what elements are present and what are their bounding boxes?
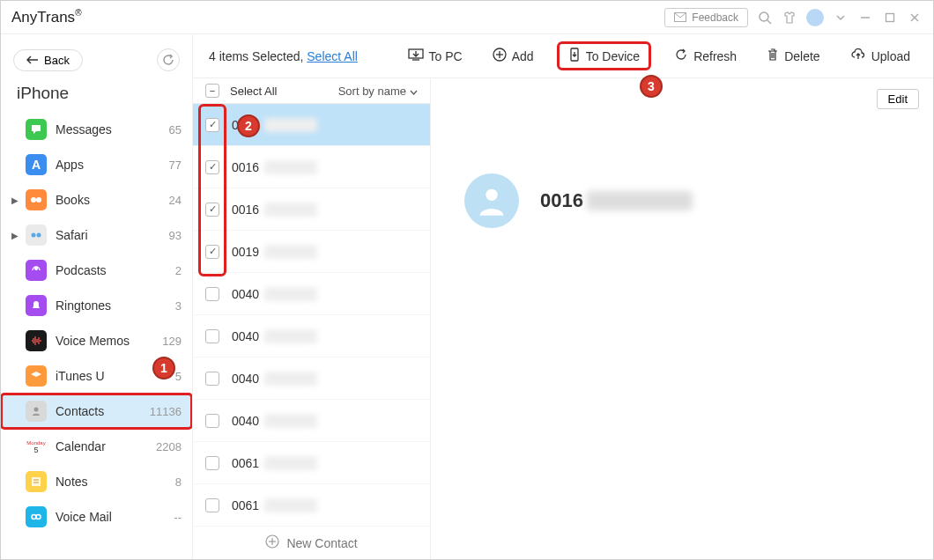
select-all-link[interactable]: Select All — [307, 49, 358, 63]
sidebar-item-apps[interactable]: AApps77 — [1, 147, 192, 182]
plus-circle-icon — [493, 48, 507, 64]
contact-avatar — [464, 173, 519, 228]
sidebar-item-messages[interactable]: Messages65 — [1, 112, 192, 147]
user-avatar[interactable] — [806, 9, 824, 26]
contact-checkbox[interactable] — [205, 203, 219, 217]
contact-name-cell: 0040 — [232, 329, 259, 343]
redacted-text — [264, 245, 317, 259]
contact-checkbox[interactable] — [205, 287, 219, 301]
new-contact-button[interactable]: New Contact — [193, 527, 430, 559]
sidebar-item-count: 11136 — [150, 405, 182, 418]
contact-checkbox[interactable] — [205, 329, 219, 343]
contact-row[interactable]: 0019 — [193, 231, 430, 273]
contact-row[interactable]: 0016 — [193, 188, 430, 231]
sidebar-item-books[interactable]: ▶Books24 — [1, 182, 192, 217]
add-button[interactable]: Add — [486, 44, 541, 68]
bell-icon — [26, 295, 47, 316]
toolbar: 4 items Selected, Select All To PC Add T… — [193, 34, 933, 78]
sidebar-item-voice-mail[interactable]: Voice Mail-- — [1, 499, 192, 534]
sidebar-item-count: 24 — [169, 194, 182, 207]
refresh-button[interactable]: Refresh — [667, 44, 744, 68]
sidebar-refresh-button[interactable] — [157, 48, 180, 71]
sidebar-item-label: Calendar — [56, 439, 156, 453]
feedback-button[interactable]: Feedback — [664, 8, 748, 27]
delete-button[interactable]: Delete — [760, 44, 827, 68]
contact-row[interactable]: 0040 — [193, 400, 430, 442]
back-button[interactable]: Back — [13, 49, 83, 71]
svg-point-7 — [31, 197, 36, 203]
sidebar-item-count: 77 — [169, 158, 182, 172]
cloud-upload-icon — [850, 48, 866, 63]
to-device-button[interactable]: To Device — [557, 41, 651, 70]
svg-point-12 — [34, 408, 39, 412]
tshirt-icon[interactable] — [782, 10, 797, 26]
redacted-text — [264, 287, 317, 301]
contact-checkbox[interactable] — [205, 498, 219, 512]
close-icon[interactable] — [907, 10, 923, 26]
contact-row[interactable]: 0061 — [193, 484, 430, 527]
sidebar-item-ringtones[interactable]: Ringtones3 — [1, 288, 192, 323]
contact-checkbox[interactable] — [205, 118, 219, 132]
redacted-text — [264, 498, 317, 512]
sidebar-item-label: Contacts — [56, 404, 150, 418]
contact-name-cell: 0040 — [232, 372, 259, 386]
sidebar-item-contacts[interactable]: Contacts11136 — [1, 394, 192, 429]
svg-point-17 — [36, 515, 41, 519]
refresh-icon — [674, 48, 688, 64]
contact-checkbox[interactable] — [205, 372, 219, 386]
chevron-right-icon: ▶ — [11, 195, 22, 205]
contact-checkbox[interactable] — [205, 160, 219, 174]
sidebar-item-count: 8 — [175, 475, 182, 489]
sidebar-item-voice-memos[interactable]: Voice Memos129 — [1, 323, 192, 358]
edit-button[interactable]: Edit — [877, 89, 919, 109]
cap-icon — [26, 365, 47, 387]
sidebar-item-podcasts[interactable]: Podcasts2 — [1, 253, 192, 288]
svg-point-1 — [760, 12, 768, 21]
sidebar-item-calendar[interactable]: Monday5Calendar2208 — [1, 429, 192, 464]
sidebar-item-count: 129 — [162, 335, 182, 348]
contact-row[interactable]: 0061 — [193, 442, 430, 484]
safari-icon — [26, 225, 47, 246]
contact-row[interactable]: 0040 — [193, 273, 430, 315]
svg-point-9 — [32, 233, 36, 238]
sidebar-item-count: 2 — [175, 264, 182, 277]
sidebar-item-label: Podcasts — [56, 263, 175, 277]
sidebar-item-safari[interactable]: ▶Safari93 — [1, 217, 192, 253]
chevron-right-icon: ▶ — [11, 231, 22, 240]
plus-circle-icon — [265, 534, 279, 551]
to-pc-button[interactable]: To PC — [401, 45, 470, 67]
chevron-down-icon — [410, 85, 418, 98]
contact-row[interactable]: 0016 — [193, 146, 430, 188]
annotation-badge-3: 3 — [640, 75, 663, 98]
back-label: Back — [44, 54, 70, 67]
contact-checkbox[interactable] — [205, 414, 219, 428]
contact-row[interactable]: 0040 — [193, 357, 430, 400]
minimize-icon[interactable] — [857, 10, 873, 26]
books-icon — [26, 189, 47, 210]
contact-row[interactable]: 0016 — [193, 104, 430, 146]
trash-icon — [767, 48, 779, 64]
to-device-icon — [568, 48, 581, 64]
sort-dropdown[interactable]: Sort by name — [338, 85, 418, 98]
notes-icon — [26, 471, 47, 492]
contact-checkbox[interactable] — [205, 456, 219, 470]
select-all-label: Select All — [230, 85, 277, 98]
select-all-checkbox[interactable]: − — [205, 84, 219, 98]
search-icon[interactable] — [757, 10, 773, 26]
sidebar-item-label: Safari — [56, 228, 169, 242]
sidebar: Back iPhone Messages65AApps77▶Books24▶Sa… — [1, 34, 193, 559]
sidebar-item-count: 93 — [169, 229, 182, 242]
app-title: AnyTrans® — [11, 8, 82, 26]
list-header: − Select All Sort by name — [193, 78, 430, 104]
sidebar-item-count: 65 — [169, 123, 182, 136]
mail-icon — [674, 12, 686, 22]
upload-button[interactable]: Upload — [843, 45, 917, 67]
maximize-icon[interactable] — [882, 10, 898, 26]
cal-icon: Monday5 — [26, 436, 47, 457]
podcast-icon — [26, 260, 47, 281]
contact-name-cell: 0016 — [232, 203, 259, 217]
contact-row[interactable]: 0040 — [193, 315, 430, 357]
chevron-down-icon[interactable] — [833, 10, 849, 26]
contact-checkbox[interactable] — [205, 245, 219, 259]
sidebar-item-notes[interactable]: Notes8 — [1, 464, 192, 499]
